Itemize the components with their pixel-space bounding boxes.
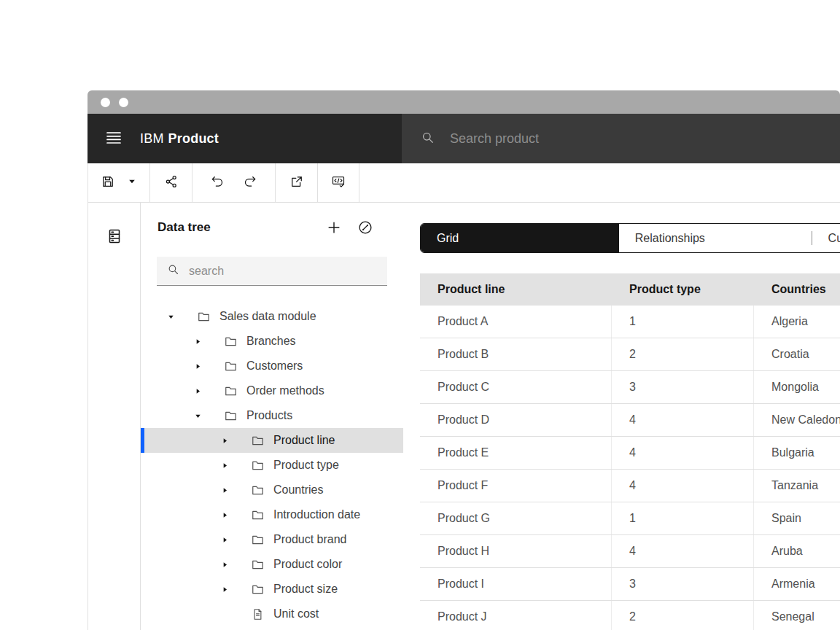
plus-icon [326,227,342,238]
table-row[interactable]: Product A1Algeria [420,306,840,338]
table-cell: New Caledonia [754,404,840,436]
header-search[interactable] [402,114,840,163]
tree-item-label: Sales data module [219,310,316,323]
toolbar-group [276,163,318,202]
app-title: IBM Product [140,114,219,163]
table-cell: 4 [612,535,754,567]
column-header[interactable]: Product type [612,273,754,306]
caret-right-icon[interactable] [192,387,203,395]
folder-icon [250,483,265,497]
table-row[interactable]: Product J2Senegal [420,601,840,630]
caret-right-icon[interactable] [219,486,230,494]
tree-item-sales-data-module[interactable]: Sales data module [141,304,403,329]
tree-item-product-color[interactable]: Product color [141,552,403,577]
tab-label: Grid [437,232,459,245]
table-row[interactable]: Product D4New Caledonia [420,404,840,437]
caret-right-icon[interactable] [219,437,230,445]
table-cell: Mongolia [754,371,840,403]
validate-code-button[interactable] [331,174,346,191]
folder-icon [223,359,238,373]
main-area: GridRelationshipsCu Product lineProduct … [403,203,840,630]
tree-item-countries[interactable]: Countries [141,478,403,502]
table-row[interactable]: Product C3Mongolia [420,371,840,404]
data-table-icon [106,236,123,247]
folder-icon [250,459,265,472]
tree-search-input[interactable] [189,265,387,278]
caret-right-icon[interactable] [219,561,230,569]
folder-icon [223,409,238,423]
hamburger-menu-button[interactable] [88,114,140,163]
caret-right-icon[interactable] [192,362,203,370]
table-row[interactable]: Product F4Tanzania [420,470,840,502]
table-row[interactable]: Product G1Spain [420,502,840,535]
tree-item-customers[interactable]: Customers [141,354,403,378]
save-button[interactable] [101,174,115,191]
window-titlebar[interactable] [88,90,840,114]
header-search-input[interactable] [450,131,840,147]
caret-down-icon[interactable] [192,412,203,420]
app-header: IBM Product [88,114,840,163]
table-cell: 1 [612,502,754,534]
tree-item-unit-cost[interactable]: Unit cost [141,602,403,626]
tree-item-order-methods[interactable]: Order methods [141,378,403,403]
window-control-dot[interactable] [101,98,110,107]
table-row[interactable]: Product H4Aruba [420,535,840,568]
code-check-icon [331,174,346,191]
table-cell: Spain [754,502,840,534]
rail-item-data-tables[interactable] [105,228,124,246]
column-header[interactable]: Product line [420,273,612,306]
search-icon [167,263,179,279]
caret-right-icon[interactable] [219,511,230,519]
folder-icon [250,533,265,547]
tree-item-products[interactable]: Products [141,403,403,428]
tree-item-label: Countries [273,483,323,497]
tree-item-label: Customers [246,359,303,373]
window-control-dot[interactable] [119,98,128,107]
tree-item-product-size[interactable]: Product size [141,577,403,602]
folder-icon [250,583,265,596]
open-in-new-button[interactable] [289,174,304,191]
caret-down-icon[interactable] [165,313,176,321]
table-row[interactable]: Product B2Croatia [420,338,840,371]
table-row[interactable]: Product E4Bulgaria [420,437,840,470]
tree-item-product-line[interactable]: Product line [141,428,403,453]
table-cell: 2 [612,601,754,630]
redo-button[interactable] [243,174,257,191]
folder-icon [196,310,211,324]
panel-title: Data tree [158,220,211,235]
data-tree: Sales data moduleBranchesCustomersOrder … [141,304,403,626]
launch-icon [289,174,304,191]
tree-item-product-brand[interactable]: Product brand [141,527,403,552]
caret-right-icon[interactable] [192,338,203,346]
redo-icon [243,174,257,191]
caret-right-icon[interactable] [219,462,230,470]
table-cell: Product A [420,306,612,338]
tree-item-label: Product size [273,583,338,596]
add-source-button[interactable] [324,219,343,238]
explore-button[interactable] [356,219,375,238]
table-cell: 3 [612,371,754,403]
caret-down-icon [127,176,137,189]
share-button[interactable] [164,174,179,191]
tree-item-introduction-date[interactable]: Introduction date [141,502,403,527]
tab-cu[interactable]: Cu [812,224,840,252]
table-cell: Product H [420,535,612,567]
data-tree-panel: Data tree Sales data moduleBranchesCusto… [141,203,403,630]
tree-item-branches[interactable]: Branches [141,329,403,354]
share-icon [164,174,179,191]
column-header[interactable]: Countries [754,273,840,306]
caret-right-icon[interactable] [219,586,230,594]
tree-search[interactable] [157,257,387,286]
table-cell: Croatia [754,338,840,370]
brand-name: Product [168,131,219,147]
table-row[interactable]: Product I3Armenia [420,568,840,601]
table-cell: 4 [612,437,754,469]
toolbar-group [88,163,150,202]
tab-grid[interactable]: Grid [421,224,619,252]
tree-item-product-type[interactable]: Product type [141,453,403,478]
undo-button[interactable] [210,174,225,191]
tab-relationships[interactable]: Relationships [619,224,812,252]
save-options-button[interactable] [127,176,137,189]
caret-right-icon[interactable] [219,536,230,544]
folder-icon [223,335,238,349]
